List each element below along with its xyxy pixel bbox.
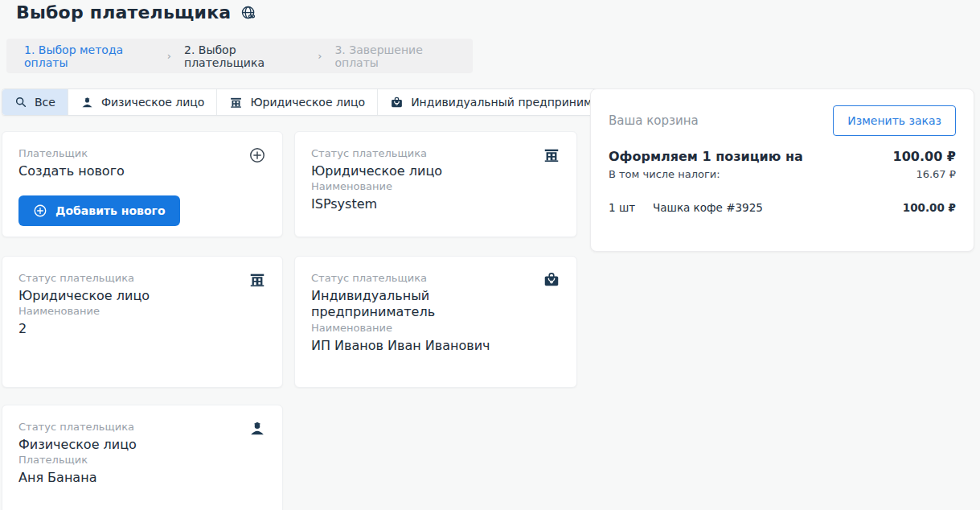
field-value: Индивидуальный предприниматель — [311, 288, 496, 322]
field-label: Статус плательщика — [311, 146, 442, 161]
tab-individual-person[interactable]: Физическое лицо — [68, 89, 218, 115]
breadcrumb: 1. Выбор метода оплаты › 2. Выбор плател… — [6, 39, 473, 73]
page-title-row: Выбор плательщика — [16, 2, 256, 23]
add-new-payer-button-label: Добавить нового — [55, 204, 166, 217]
field-label: Статус плательщика — [18, 420, 137, 434]
search-icon — [14, 96, 27, 109]
tab-legal-entity[interactable]: Юридическое лицо — [217, 89, 378, 115]
globe-link-icon[interactable] — [240, 5, 256, 21]
chevron-right-icon: › — [318, 50, 322, 62]
payer-card-legal-2[interactable]: Статус плательщика Юридическое лицо Наим… — [2, 256, 283, 388]
cart-total-label: Оформляем 1 позицию на — [609, 149, 803, 164]
payer-card-sole-proprietor[interactable]: Статус плательщика Индивидуальный предпр… — [294, 256, 577, 388]
field-label: Наименование — [311, 321, 496, 335]
field-value: Аня Банана — [18, 470, 203, 487]
breadcrumb-step-payment-completion: 3. Завершение оплаты — [334, 43, 455, 69]
cart-total-value: 100.00 ₽ — [893, 149, 956, 164]
tab-all[interactable]: Все — [2, 89, 68, 115]
page-title: Выбор плательщика — [16, 2, 231, 23]
briefcase-icon — [543, 271, 560, 289]
cart-item-price: 100.00 ₽ — [903, 201, 956, 214]
cart-title: Ваша корзина — [609, 113, 699, 128]
breadcrumb-step-payer-selection: 2. Выбор плательщика — [184, 43, 305, 69]
cart-item-quantity: 1 шт — [609, 201, 653, 214]
field-label: Статус плательщика — [18, 271, 150, 286]
field-label: Плательщик — [18, 146, 125, 161]
field-label: Плательщик — [18, 453, 203, 467]
field-value: ИП Иванов Иван Иванович — [311, 338, 496, 355]
payer-card-individual-person[interactable]: Статус плательщика Физическое лицо Плате… — [2, 405, 283, 510]
cart-item-row: 1 шт Чашка кофе #3925 100.00 ₽ — [609, 201, 956, 214]
tab-label: Юридическое лицо — [250, 96, 365, 109]
field-value: Юридическое лицо — [311, 163, 442, 180]
building-icon — [229, 96, 243, 109]
briefcase-icon — [390, 96, 404, 109]
building-icon — [248, 271, 266, 289]
field-value: Создать нового — [18, 163, 125, 180]
field-value: Юридическое лицо — [18, 288, 150, 305]
field-label: Наименование — [18, 304, 203, 319]
cart-panel: Ваша корзина Изменить заказ Оформляем 1 … — [590, 88, 974, 252]
tab-label: Все — [35, 96, 55, 109]
circle-plus-icon — [248, 146, 266, 164]
person-icon — [248, 420, 266, 438]
payer-card-create-new[interactable]: Плательщик Создать нового Добавить ново — [2, 131, 283, 237]
building-icon — [543, 146, 560, 164]
person-icon — [80, 96, 94, 109]
cart-item-name: Чашка кофе #3925 — [653, 201, 903, 214]
field-label: Статус плательщика — [311, 271, 496, 286]
payer-card-legal-ispsystem[interactable]: Статус плательщика Юридическое лицо Наим… — [294, 131, 577, 237]
breadcrumb-step-payment-method[interactable]: 1. Выбор метода оплаты — [24, 43, 154, 69]
tab-label: Физическое лицо — [101, 96, 205, 109]
circle-plus-icon — [33, 204, 47, 218]
field-label: Наименование — [311, 179, 496, 194]
cart-tax-label: В том числе налоги: — [609, 168, 720, 180]
payer-type-tab-bar: Все Физическое лицо Юридическое лицо — [2, 88, 639, 116]
field-value: ISPsystem — [311, 196, 496, 213]
chevron-right-icon: › — [167, 50, 171, 62]
field-value: Физическое лицо — [18, 437, 137, 454]
cart-tax-value: 16.67 ₽ — [916, 168, 956, 180]
field-value: 2 — [18, 321, 203, 338]
edit-order-button[interactable]: Изменить заказ — [833, 105, 956, 136]
payer-selection-page: Выбор плательщика 1. Выбор метода оплаты… — [0, 0, 980, 510]
add-new-payer-button[interactable]: Добавить нового — [18, 195, 180, 226]
